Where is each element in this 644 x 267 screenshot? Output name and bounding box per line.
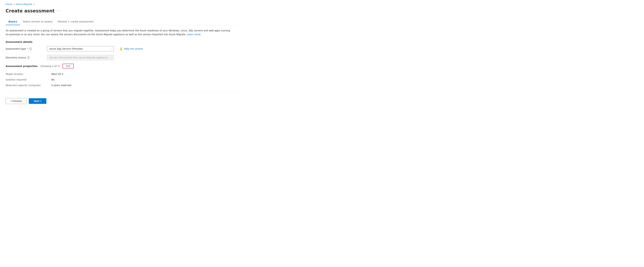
previous-button[interactable]: < Previous <box>6 98 27 104</box>
breadcrumb-sep1: > <box>13 3 15 5</box>
tab-basics[interactable]: Basics <box>6 18 20 25</box>
assessment-properties-section: Assessment properties (Showing 3 of 7) E… <box>6 64 240 88</box>
assessment-type-row: Assessment type * i Azure App Service (P… <box>6 46 240 51</box>
reserved-capacity-value: 3 years reserved <box>51 84 71 87</box>
breadcrumb-home[interactable]: Home <box>6 3 12 5</box>
description-text: An assessment is created on a group of s… <box>6 29 234 36</box>
page-header: Create assessment ··· <box>6 8 240 13</box>
discovery-source-row: Discovery source i Servers discovered fr… <box>6 55 240 60</box>
assessment-details-title: Assessment details <box>6 40 240 43</box>
assessment-type-chevron-icon: ⌄ <box>110 48 112 50</box>
assessment-details-section: Assessment details Assessment type * i A… <box>6 40 240 60</box>
assessment-type-label: Assessment type * i <box>6 47 44 50</box>
divider <box>6 92 240 92</box>
breadcrumb-sep2: > <box>33 3 35 5</box>
help-me-choose-link[interactable]: 💡 Help me choose <box>120 47 143 50</box>
property-row-isolation: Isolation required No <box>6 77 240 82</box>
showing-count: (Showing 3 of 7) <box>40 65 60 67</box>
required-indicator: * <box>27 47 28 50</box>
discovery-source-label: Discovery source i <box>6 56 44 59</box>
breadcrumb-azure-migrate[interactable]: Azure Migrate <box>16 3 32 5</box>
assessment-type-dropdown[interactable]: Azure App Service (Preview) ⌄ <box>47 46 114 51</box>
isolation-value: No <box>51 78 54 81</box>
tab-select-servers[interactable]: Select servers to assess <box>20 18 55 25</box>
breadcrumb: Home > Azure Migrate > <box>6 3 240 5</box>
bottom-bar: < Previous Next > <box>6 95 240 107</box>
target-location-value: West US 2 <box>51 73 64 75</box>
assessment-type-info-icon[interactable]: i <box>29 47 32 50</box>
property-row-target-location: Target location West US 2 <box>6 71 240 77</box>
discovery-source-chevron-icon: ⌄ <box>110 56 112 59</box>
tabs-container: Basics Select servers to assess Review +… <box>6 18 240 25</box>
discovery-source-info-icon[interactable]: i <box>27 56 30 59</box>
properties-list: Target location West US 2 Isolation requ… <box>6 71 240 88</box>
target-location-label: Target location <box>6 73 51 75</box>
property-row-reserved-capacity: Reserved capacity (compute) 3 years rese… <box>6 82 240 88</box>
more-options-icon[interactable]: ··· <box>56 9 61 13</box>
tab-review-create[interactable]: Review + create assessment <box>55 18 96 25</box>
reserved-capacity-label: Reserved capacity (compute) <box>6 84 51 87</box>
page-title: Create assessment <box>6 8 54 13</box>
next-button[interactable]: Next > <box>29 98 46 104</box>
isolation-label: Isolation required <box>6 78 51 81</box>
discovery-source-dropdown: Servers discovered from Azure Migrate ap… <box>47 55 114 60</box>
assessment-properties-header: Assessment properties (Showing 3 of 7) E… <box>6 64 240 68</box>
edit-button[interactable]: Edit <box>62 64 74 68</box>
bulb-icon: 💡 <box>120 47 123 50</box>
learn-more-link[interactable]: Learn more. <box>187 33 201 36</box>
assessment-properties-title: Assessment properties <box>6 65 38 67</box>
